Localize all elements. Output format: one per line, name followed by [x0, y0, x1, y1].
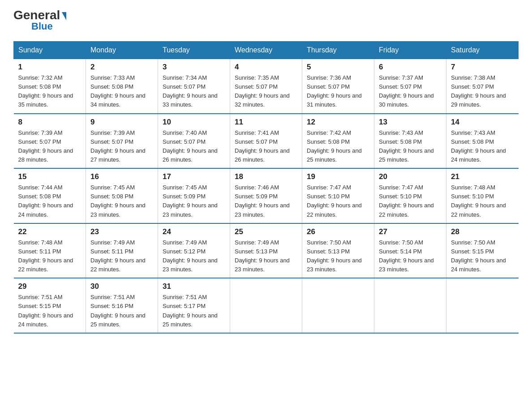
day-info: Sunrise: 7:51 AM Sunset: 5:17 PM Dayligh… — [163, 293, 225, 329]
day-cell-27: 27 Sunrise: 7:50 AM Sunset: 5:14 PM Dayl… — [374, 223, 446, 278]
day-cell-18: 18 Sunrise: 7:46 AM Sunset: 5:09 PM Dayl… — [230, 168, 302, 223]
day-number: 24 — [163, 227, 225, 236]
day-number: 10 — [163, 118, 225, 127]
day-info: Sunrise: 7:51 AM Sunset: 5:16 PM Dayligh… — [90, 293, 153, 329]
week-row-3: 15 Sunrise: 7:44 AM Sunset: 5:08 PM Dayl… — [14, 168, 519, 223]
day-info: Sunrise: 7:34 AM Sunset: 5:07 PM Dayligh… — [163, 73, 225, 110]
day-info: Sunrise: 7:35 AM Sunset: 5:07 PM Dayligh… — [235, 73, 297, 110]
day-info: Sunrise: 7:47 AM Sunset: 5:10 PM Dayligh… — [379, 183, 442, 219]
logo-triangle-icon — [62, 12, 66, 20]
day-number: 17 — [163, 172, 225, 181]
day-cell-7: 7 Sunrise: 7:38 AM Sunset: 5:07 PM Dayli… — [446, 59, 519, 114]
day-number: 22 — [18, 227, 82, 236]
day-cell-32 — [230, 278, 302, 333]
day-cell-34 — [374, 278, 446, 333]
day-info: Sunrise: 7:45 AM Sunset: 5:09 PM Dayligh… — [163, 183, 225, 219]
day-cell-31: 31 Sunrise: 7:51 AM Sunset: 5:17 PM Dayl… — [158, 278, 230, 333]
day-number: 18 — [235, 172, 297, 181]
day-number: 16 — [90, 172, 153, 181]
header-sunday: Sunday — [14, 42, 86, 59]
day-cell-20: 20 Sunrise: 7:47 AM Sunset: 5:10 PM Dayl… — [374, 168, 446, 223]
day-cell-23: 23 Sunrise: 7:49 AM Sunset: 5:11 PM Dayl… — [86, 223, 158, 278]
logo: General Blue — [13, 9, 66, 32]
day-info: Sunrise: 7:42 AM Sunset: 5:08 PM Dayligh… — [307, 128, 369, 165]
day-number: 31 — [163, 282, 225, 291]
week-row-1: 1 Sunrise: 7:32 AM Sunset: 5:08 PM Dayli… — [14, 59, 519, 114]
day-info: Sunrise: 7:48 AM Sunset: 5:10 PM Dayligh… — [451, 183, 514, 219]
day-number: 13 — [379, 118, 442, 127]
day-number: 14 — [451, 118, 514, 127]
day-info: Sunrise: 7:40 AM Sunset: 5:07 PM Dayligh… — [163, 128, 225, 165]
logo-text-general: General — [13, 9, 66, 21]
header-saturday: Saturday — [446, 42, 519, 59]
day-number: 12 — [307, 118, 369, 127]
day-info: Sunrise: 7:43 AM Sunset: 5:08 PM Dayligh… — [379, 128, 442, 165]
day-info: Sunrise: 7:48 AM Sunset: 5:11 PM Dayligh… — [18, 238, 82, 274]
day-info: Sunrise: 7:49 AM Sunset: 5:11 PM Dayligh… — [90, 238, 153, 274]
day-info: Sunrise: 7:32 AM Sunset: 5:08 PM Dayligh… — [18, 73, 82, 110]
day-cell-16: 16 Sunrise: 7:45 AM Sunset: 5:08 PM Dayl… — [86, 168, 158, 223]
day-number: 8 — [18, 118, 82, 127]
day-info: Sunrise: 7:33 AM Sunset: 5:08 PM Dayligh… — [90, 73, 153, 110]
day-number: 5 — [307, 63, 369, 72]
day-info: Sunrise: 7:45 AM Sunset: 5:08 PM Dayligh… — [90, 183, 153, 219]
header-wednesday: Wednesday — [230, 42, 302, 59]
day-info: Sunrise: 7:38 AM Sunset: 5:07 PM Dayligh… — [451, 73, 514, 110]
day-number: 20 — [379, 172, 442, 181]
day-cell-21: 21 Sunrise: 7:48 AM Sunset: 5:10 PM Dayl… — [446, 168, 519, 223]
page-header: General Blue — [13, 9, 519, 32]
day-number: 23 — [90, 227, 153, 236]
week-row-4: 22 Sunrise: 7:48 AM Sunset: 5:11 PM Dayl… — [14, 223, 519, 278]
day-number: 30 — [90, 282, 153, 291]
day-number: 25 — [235, 227, 297, 236]
day-cell-13: 13 Sunrise: 7:43 AM Sunset: 5:08 PM Dayl… — [374, 114, 446, 169]
day-cell-33 — [302, 278, 374, 333]
day-info: Sunrise: 7:50 AM Sunset: 5:15 PM Dayligh… — [451, 238, 514, 274]
day-cell-9: 9 Sunrise: 7:39 AM Sunset: 5:07 PM Dayli… — [86, 114, 158, 169]
day-cell-24: 24 Sunrise: 7:49 AM Sunset: 5:12 PM Dayl… — [158, 223, 230, 278]
calendar-table: SundayMondayTuesdayWednesdayThursdayFrid… — [13, 41, 519, 334]
day-number: 19 — [307, 172, 369, 181]
day-number: 21 — [451, 172, 514, 181]
day-info: Sunrise: 7:49 AM Sunset: 5:12 PM Dayligh… — [163, 238, 225, 274]
calendar-header-row: SundayMondayTuesdayWednesdayThursdayFrid… — [14, 42, 519, 59]
day-info: Sunrise: 7:37 AM Sunset: 5:07 PM Dayligh… — [379, 73, 442, 110]
day-number: 26 — [307, 227, 369, 236]
day-number: 6 — [379, 63, 442, 72]
day-info: Sunrise: 7:47 AM Sunset: 5:10 PM Dayligh… — [307, 183, 369, 219]
day-cell-2: 2 Sunrise: 7:33 AM Sunset: 5:08 PM Dayli… — [86, 59, 158, 114]
day-number: 1 — [18, 63, 82, 72]
day-cell-15: 15 Sunrise: 7:44 AM Sunset: 5:08 PM Dayl… — [14, 168, 86, 223]
day-cell-22: 22 Sunrise: 7:48 AM Sunset: 5:11 PM Dayl… — [14, 223, 86, 278]
day-number: 28 — [451, 227, 514, 236]
day-number: 2 — [90, 63, 153, 72]
day-number: 29 — [18, 282, 82, 291]
day-info: Sunrise: 7:50 AM Sunset: 5:14 PM Dayligh… — [379, 238, 442, 274]
day-cell-17: 17 Sunrise: 7:45 AM Sunset: 5:09 PM Dayl… — [158, 168, 230, 223]
logo-text-blue: Blue — [31, 21, 53, 32]
day-number: 4 — [235, 63, 297, 72]
week-row-5: 29 Sunrise: 7:51 AM Sunset: 5:15 PM Dayl… — [14, 278, 519, 333]
header-tuesday: Tuesday — [158, 42, 230, 59]
header-thursday: Thursday — [302, 42, 374, 59]
day-number: 15 — [18, 172, 82, 181]
week-row-2: 8 Sunrise: 7:39 AM Sunset: 5:07 PM Dayli… — [14, 114, 519, 169]
day-cell-3: 3 Sunrise: 7:34 AM Sunset: 5:07 PM Dayli… — [158, 59, 230, 114]
day-number: 9 — [90, 118, 153, 127]
day-info: Sunrise: 7:39 AM Sunset: 5:07 PM Dayligh… — [90, 128, 153, 165]
day-info: Sunrise: 7:51 AM Sunset: 5:15 PM Dayligh… — [18, 293, 82, 329]
day-info: Sunrise: 7:46 AM Sunset: 5:09 PM Dayligh… — [235, 183, 297, 219]
day-number: 7 — [451, 63, 514, 72]
day-cell-35 — [446, 278, 519, 333]
day-cell-28: 28 Sunrise: 7:50 AM Sunset: 5:15 PM Dayl… — [446, 223, 519, 278]
day-number: 3 — [163, 63, 225, 72]
day-info: Sunrise: 7:44 AM Sunset: 5:08 PM Dayligh… — [18, 183, 82, 219]
header-monday: Monday — [86, 42, 158, 59]
day-number: 11 — [235, 118, 297, 127]
day-cell-29: 29 Sunrise: 7:51 AM Sunset: 5:15 PM Dayl… — [14, 278, 86, 333]
day-cell-19: 19 Sunrise: 7:47 AM Sunset: 5:10 PM Dayl… — [302, 168, 374, 223]
day-cell-8: 8 Sunrise: 7:39 AM Sunset: 5:07 PM Dayli… — [14, 114, 86, 169]
day-cell-4: 4 Sunrise: 7:35 AM Sunset: 5:07 PM Dayli… — [230, 59, 302, 114]
day-info: Sunrise: 7:36 AM Sunset: 5:07 PM Dayligh… — [307, 73, 369, 110]
day-cell-6: 6 Sunrise: 7:37 AM Sunset: 5:07 PM Dayli… — [374, 59, 446, 114]
